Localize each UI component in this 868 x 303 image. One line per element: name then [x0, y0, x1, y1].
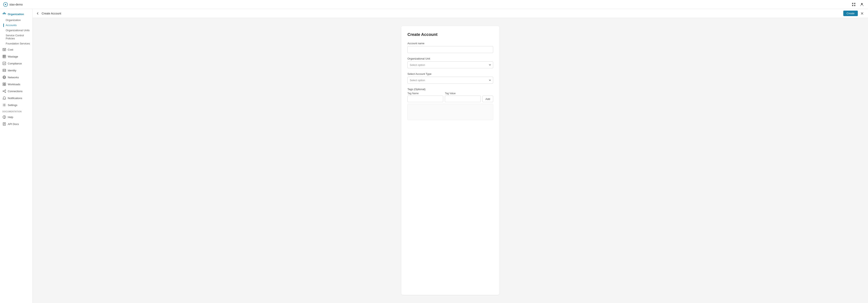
compliance-icon — [2, 62, 6, 65]
sidebar-item-api-docs-label: API Docs — [8, 123, 19, 126]
account-type-group: Select Account Type Select option — [407, 72, 493, 83]
sidebar-item-wastage[interactable]: Wastage — [0, 53, 32, 60]
org-unit-select[interactable]: Select option — [407, 61, 493, 68]
sidebar-sub-scp[interactable]: Service Control Policies — [0, 33, 32, 41]
sidebar-sub-accounts[interactable]: Accounts — [0, 23, 32, 28]
svg-rect-4 — [854, 5, 855, 6]
sidebar-item-notifications-label: Notifications — [8, 97, 22, 100]
svg-point-23 — [3, 70, 4, 71]
svg-point-15 — [4, 50, 5, 50]
create-button[interactable]: Create — [843, 10, 858, 16]
svg-rect-7 — [4, 12, 5, 13]
sidebar-item-networks-label: Networks — [8, 76, 19, 79]
networks-icon — [2, 75, 6, 79]
sidebar-item-organization-header[interactable]: Organization — [0, 10, 32, 18]
svg-line-37 — [4, 91, 5, 92]
sidebar-item-wastage-label: Wastage — [8, 55, 18, 58]
svg-point-33 — [3, 91, 4, 92]
sidebar-item-cost-label: Cost — [8, 48, 13, 51]
sidebar-item-networks[interactable]: Networks — [0, 74, 32, 81]
svg-rect-2 — [854, 3, 855, 4]
account-name-group: Account name — [407, 42, 493, 53]
sidebar-section-label: Organization — [8, 13, 24, 16]
back-arrow-icon — [36, 12, 40, 15]
svg-rect-30 — [4, 83, 6, 84]
sidebar-item-workloads[interactable]: Workloads — [0, 81, 32, 88]
add-tag-button[interactable]: Add — [483, 96, 493, 102]
account-name-input[interactable] — [407, 46, 493, 53]
org-unit-label: Organizational Unit — [407, 57, 493, 60]
svg-line-36 — [4, 90, 5, 91]
tag-name-label: Tag Name — [407, 92, 443, 95]
org-icon — [2, 12, 6, 16]
connections-icon — [2, 89, 6, 93]
tag-name-input[interactable] — [407, 96, 443, 102]
tags-table — [407, 104, 493, 120]
page-title: Create Account — [42, 12, 61, 15]
create-account-form: Create Account Account name Organization… — [401, 26, 499, 295]
tag-name-col: Tag Name — [407, 92, 443, 102]
tag-value-input[interactable] — [445, 96, 480, 102]
svg-rect-32 — [4, 85, 6, 86]
svg-rect-16 — [3, 55, 6, 58]
org-unit-select-wrapper: Select option — [407, 61, 493, 68]
form-title: Create Account — [407, 32, 493, 37]
workloads-icon — [2, 82, 6, 86]
tag-value-col: Tag Value — [445, 92, 480, 102]
svg-point-39 — [4, 104, 5, 106]
account-type-label: Select Account Type — [407, 72, 493, 75]
sidebar-sub-organization[interactable]: Organization — [0, 18, 32, 23]
top-bar-right — [851, 2, 865, 7]
content-header: Create Account Create — [33, 9, 868, 18]
sidebar-item-notifications[interactable]: Notifications — [0, 95, 32, 102]
sidebar-item-identity[interactable]: Identity — [0, 67, 32, 74]
main-container: Organization Organization Accounts Organ… — [0, 9, 868, 303]
account-type-select[interactable]: Select option — [407, 77, 493, 83]
tags-input-row: Tag Name Tag Value Add — [407, 92, 493, 102]
user-icon — [860, 3, 864, 6]
sidebar-item-settings-label: Settings — [8, 104, 17, 107]
sidebar-item-connections[interactable]: Connections — [0, 88, 32, 95]
content-header-left: Create Account — [36, 12, 61, 15]
close-button[interactable] — [860, 10, 865, 16]
content-header-right: Create — [843, 10, 865, 16]
sidebar-item-identity-label: Identity — [8, 69, 16, 72]
svg-rect-21 — [3, 62, 6, 65]
sidebar-item-compliance[interactable]: Compliance — [0, 60, 32, 67]
org-unit-group: Organizational Unit Select option — [407, 57, 493, 68]
grid-icon-button[interactable] — [851, 2, 857, 7]
sidebar-item-help[interactable]: Help — [0, 113, 32, 121]
close-icon — [860, 12, 864, 15]
identity-icon — [2, 68, 6, 72]
app-logo-icon — [3, 2, 8, 7]
svg-point-34 — [5, 90, 6, 91]
sidebar-item-workloads-label: Workloads — [8, 83, 20, 86]
wastage-icon — [2, 55, 6, 58]
help-icon — [2, 115, 6, 119]
svg-point-35 — [5, 92, 6, 93]
sidebar: Organization Organization Accounts Organ… — [0, 9, 33, 303]
svg-rect-3 — [852, 5, 853, 6]
account-type-select-wrapper: Select option — [407, 77, 493, 83]
tags-label: Tags (Optional) — [407, 88, 493, 91]
top-bar-left: stax-demo — [3, 2, 23, 7]
settings-icon — [2, 103, 6, 107]
sidebar-sub-org-units[interactable]: Organizational Units — [0, 28, 32, 33]
tag-value-label: Tag Value — [445, 92, 480, 95]
cost-icon — [2, 48, 6, 52]
user-icon-button[interactable] — [859, 2, 865, 7]
top-bar: stax-demo — [0, 0, 868, 9]
sidebar-item-api-docs[interactable]: API Docs — [0, 121, 32, 128]
sidebar-item-cost[interactable]: Cost — [0, 46, 32, 53]
sidebar-sub-foundation[interactable]: Foundation Services — [0, 41, 32, 46]
svg-rect-29 — [3, 83, 4, 84]
sidebar-item-compliance-label: Compliance — [8, 62, 22, 65]
content-body: Create Account Account name Organization… — [33, 18, 868, 303]
sidebar-item-settings[interactable]: Settings — [0, 102, 32, 108]
sidebar-item-help-label: Help — [8, 115, 13, 119]
svg-rect-31 — [3, 85, 4, 86]
account-name-label: Account name — [407, 42, 493, 45]
svg-rect-1 — [852, 3, 853, 4]
grid-icon — [852, 3, 856, 6]
back-button[interactable] — [36, 12, 40, 15]
